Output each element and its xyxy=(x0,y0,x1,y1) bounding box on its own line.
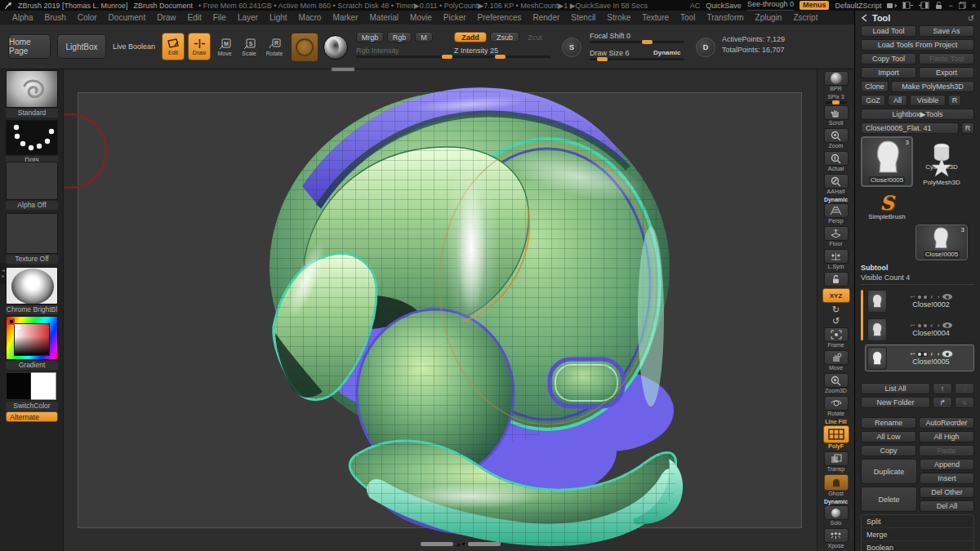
menu-transform[interactable]: Transform xyxy=(701,13,749,22)
autoreorder-button[interactable]: AutoReorder xyxy=(919,417,974,429)
menu-file[interactable]: File xyxy=(207,13,232,22)
bottom-tray-divider-handle[interactable]: ▲▼ xyxy=(421,541,501,547)
rotate-3d-button[interactable]: Rotate xyxy=(822,396,851,417)
subtool-section-title[interactable]: Subtool xyxy=(861,264,974,272)
stroke-curve-icon[interactable]: S xyxy=(562,38,581,57)
all-high-button[interactable]: All High xyxy=(919,431,974,442)
aahalf-button[interactable]: AAHalf xyxy=(822,174,851,195)
subtool-row-close0004[interactable]: ↩◐◑ Close!0004 xyxy=(865,316,974,343)
menu-material[interactable]: Material xyxy=(364,13,405,22)
transp-button[interactable]: Transp xyxy=(822,451,851,473)
paste-tool-button[interactable]: Paste Tool xyxy=(919,53,974,64)
material-sphere-icon[interactable] xyxy=(323,35,348,60)
home-page-button[interactable]: Home Page xyxy=(8,34,51,59)
flatten-slider[interactable]: Close!0005_Flat. 41 xyxy=(861,122,959,134)
subtool-row-close0002[interactable]: ↩◐◑ Close!0002 xyxy=(865,287,974,314)
persp-button[interactable]: Dynamic Persp xyxy=(822,197,851,224)
current-alpha-tile[interactable]: Alpha Off xyxy=(6,162,58,210)
minimize-icon[interactable]: − xyxy=(948,1,952,10)
actual-button[interactable]: Actual xyxy=(822,151,851,172)
bpr-button[interactable]: BPR xyxy=(822,71,851,92)
switch-color-swatches[interactable] xyxy=(6,372,56,400)
subtool-row-close0005-selected[interactable]: ↩◐◑ Close!0005 xyxy=(865,344,974,371)
subtool-row-icons[interactable]: ↩◐◑ xyxy=(910,351,951,358)
default-zscript-button[interactable]: DefaultZScript xyxy=(835,2,881,10)
export-button[interactable]: Export xyxy=(919,67,974,78)
tool-palette-header[interactable]: Tool ↺ xyxy=(861,11,974,25)
document-canvas[interactable]: ▲▼ xyxy=(64,69,817,551)
del-all-button[interactable]: Del All xyxy=(920,500,974,512)
menu-preferences[interactable]: Preferences xyxy=(472,13,528,22)
left-tray-toggle-icon[interactable] xyxy=(902,1,913,10)
xyz-rotation-button[interactable]: XYZ xyxy=(822,288,851,303)
zsub-button[interactable]: Zsub xyxy=(490,32,519,42)
menu-light[interactable]: Light xyxy=(264,13,293,22)
eye-icon[interactable] xyxy=(942,351,952,357)
menu-render[interactable]: Render xyxy=(528,13,566,22)
goz-all-button[interactable]: All xyxy=(888,95,907,106)
copy-tool-button[interactable]: Copy Tool xyxy=(861,53,916,64)
eye-icon[interactable] xyxy=(942,294,952,300)
spix-slider[interactable]: SPix 3 xyxy=(822,94,851,104)
z-intensity-slider[interactable]: Z Intensity 25 xyxy=(454,47,550,58)
restore-icon[interactable] xyxy=(959,1,966,10)
lightbox-button[interactable]: LightBox xyxy=(57,34,106,59)
del-other-button[interactable]: Del Other xyxy=(920,487,974,498)
left-tray-divider-handle[interactable]: ◂▸ xyxy=(0,263,7,284)
solo-button[interactable]: Dynamic Solo xyxy=(822,499,851,527)
current-material-tile[interactable]: Chrome BrightBl xyxy=(6,267,58,314)
rotate-button[interactable]: R Rotate xyxy=(263,34,286,60)
current-stroke-tile[interactable]: Dots xyxy=(6,120,58,165)
menu-macro[interactable]: Macro xyxy=(293,13,327,22)
flatten-r-button[interactable]: R xyxy=(961,122,974,134)
top-shelf-divider-handle[interactable] xyxy=(331,67,355,72)
save-as-button[interactable]: Save As xyxy=(919,25,974,37)
menu-color[interactable]: Color xyxy=(72,13,103,22)
make-polymesh3d-button[interactable]: Make PolyMesh3D xyxy=(891,81,974,92)
m-button[interactable]: M xyxy=(415,32,433,42)
current-brush-tile[interactable]: Standard xyxy=(6,70,58,118)
menu-movie[interactable]: Movie xyxy=(404,13,438,22)
merge-section[interactable]: Merge xyxy=(862,528,973,541)
goz-visible-button[interactable]: Visible xyxy=(910,95,946,106)
menu-brush[interactable]: Brush xyxy=(39,13,72,22)
polyframe-button[interactable]: Line Fill PolyF xyxy=(822,419,851,450)
focal-shift-slider[interactable]: Focal Shift 0 xyxy=(590,32,684,43)
move-into-folder-button[interactable]: ↳ xyxy=(955,397,974,408)
zoom-button[interactable]: Zoom xyxy=(822,128,851,149)
menu-texture[interactable]: Texture xyxy=(636,13,675,22)
tool-thumb-selected[interactable]: 3 Close!0005 xyxy=(861,136,913,187)
eye-icon[interactable] xyxy=(942,322,952,328)
brush-preview-button[interactable] xyxy=(291,33,318,62)
gradient-color-picker[interactable]: Gradient xyxy=(6,316,58,370)
subtool-row-icons[interactable]: ↩◐◑ xyxy=(910,294,951,300)
floor-button[interactable]: Floor xyxy=(822,226,851,247)
edit-button[interactable]: Edit xyxy=(162,33,185,60)
current-texture-tile[interactable]: Texture Off xyxy=(6,213,58,264)
import-button[interactable]: Import xyxy=(861,67,916,78)
move-button[interactable]: M Move xyxy=(214,34,235,60)
tray-slider-icon[interactable] xyxy=(887,1,897,10)
tool-thumb-last[interactable]: 3 Close!0005 xyxy=(915,224,968,260)
boolean-section[interactable]: Boolean xyxy=(862,541,973,551)
move-3d-button[interactable]: Move xyxy=(822,350,851,371)
frame-button[interactable]: Frame xyxy=(822,327,851,349)
subtool-down-button[interactable]: ↓ xyxy=(955,383,974,394)
tool-thumb-polymesh[interactable]: PolyMesh3D xyxy=(915,155,968,188)
alternate-button[interactable]: Alternate xyxy=(6,411,58,422)
menu-stencil[interactable]: Stencil xyxy=(565,13,601,22)
rgb-button[interactable]: Rgb xyxy=(387,32,412,42)
menu-marker[interactable]: Marker xyxy=(327,13,363,22)
goz-r-button[interactable]: R xyxy=(948,95,961,106)
secondary-color-swatch[interactable] xyxy=(31,372,56,400)
menu-picker[interactable]: Picker xyxy=(438,13,472,22)
symmetry-lock-button[interactable] xyxy=(822,272,851,287)
clone-button[interactable]: Clone xyxy=(861,81,889,92)
menu-layer[interactable]: Layer xyxy=(232,13,264,22)
copy-button[interactable]: Copy xyxy=(861,445,916,456)
list-all-button[interactable]: List All xyxy=(861,383,930,394)
load-tools-from-project-button[interactable]: Load Tools From Project xyxy=(861,39,974,51)
move-out-folder-button[interactable]: ↱ xyxy=(933,397,952,408)
helmet-3d-model[interactable] xyxy=(225,72,690,549)
load-tool-button[interactable]: Load Tool xyxy=(861,25,916,37)
